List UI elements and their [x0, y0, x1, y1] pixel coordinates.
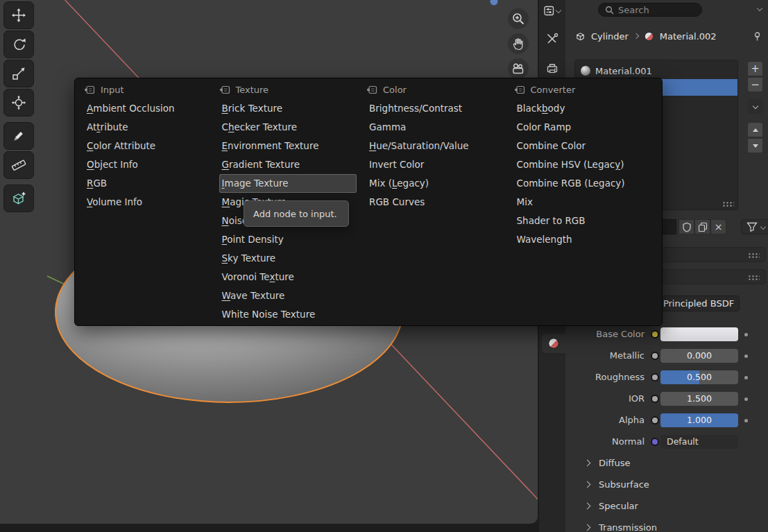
menu-item-hue-saturation-value[interactable]: Hue/Saturation/Value — [366, 137, 504, 155]
add-node-menu: InputAmbient OcclusionAttributeColor Att… — [74, 78, 663, 326]
tab-tool-properties[interactable] — [540, 29, 564, 49]
base-color-swatch[interactable] — [660, 327, 738, 341]
decorator-dot[interactable] — [744, 354, 748, 358]
menu-column-title: Input — [101, 85, 124, 95]
nav-gizmo-dot — [490, 0, 498, 6]
menu-item-combine-color[interactable]: Combine Color — [514, 137, 652, 155]
decorator-dot[interactable] — [744, 397, 748, 401]
roughness-socket-icon — [651, 373, 659, 381]
menu-item-mix-legacy[interactable]: Mix (Legacy) — [366, 174, 504, 193]
search-input[interactable]: Search — [598, 3, 702, 17]
filter-dropdown[interactable] — [741, 219, 768, 234]
grip-icon — [748, 275, 760, 280]
remove-slot-button[interactable]: − — [747, 77, 763, 92]
metallic-socket-icon — [651, 352, 659, 360]
metallic-slider[interactable]: 0.000 — [660, 349, 738, 363]
move-tool-button[interactable] — [3, 1, 34, 29]
decorator-dot[interactable] — [744, 333, 748, 336]
menu-item-color-attribute[interactable]: Color Attribute — [84, 137, 210, 155]
add-cube-tool-button[interactable] — [3, 185, 34, 212]
chevron-right-icon — [584, 502, 591, 509]
base-color-socket-icon — [651, 330, 659, 338]
panel-options-chevron[interactable] — [757, 6, 762, 11]
menu-column-title: Texture — [236, 85, 269, 95]
zoom-button[interactable] — [508, 8, 529, 29]
node-icon — [366, 85, 377, 94]
tab-render-properties[interactable] — [540, 59, 564, 78]
pin-icon[interactable] — [752, 31, 762, 42]
menu-item-object-info[interactable]: Object Info — [84, 155, 210, 174]
material-sphere-icon — [644, 31, 654, 42]
normal-label: Normal — [565, 434, 645, 449]
add-slot-button[interactable]: + — [747, 61, 763, 76]
unlink-material-button[interactable]: × — [710, 219, 726, 234]
menu-item-wavelength[interactable]: Wavelength — [514, 230, 652, 249]
node-icon — [84, 85, 95, 94]
normal-field[interactable]: Default — [660, 435, 738, 449]
menu-column-header: Color — [366, 83, 513, 96]
decorator-dot[interactable] — [744, 376, 748, 379]
duplicate-material-button[interactable] — [694, 219, 710, 234]
alpha-slider[interactable]: 1.000 — [660, 413, 738, 427]
menu-item-ambient-occlusion[interactable]: Ambient Occlusion — [84, 99, 210, 118]
up-arrow-icon — [753, 128, 758, 132]
pan-button[interactable] — [508, 33, 529, 54]
breadcrumb-object[interactable]: Cylinder — [591, 31, 629, 42]
slot-specials-button[interactable] — [747, 98, 763, 114]
menu-item-sky-texture[interactable]: Sky Texture — [219, 249, 357, 268]
camera-view-button[interactable] — [508, 58, 529, 79]
shader-type-button[interactable]: Principled BSDF — [658, 295, 740, 311]
menu-column-input: InputAmbient OcclusionAttributeColor Att… — [84, 83, 219, 325]
subpanel-transmission[interactable]: Transmission — [565, 520, 768, 532]
search-placeholder: Search — [618, 5, 649, 15]
menu-item-color-ramp[interactable]: Color Ramp — [514, 118, 652, 137]
tab-material-properties[interactable] — [542, 334, 565, 353]
measure-tool-button[interactable] — [3, 151, 34, 179]
decorator-dot[interactable] — [744, 419, 748, 422]
move-slot-up-button[interactable] — [747, 122, 763, 137]
breadcrumb-separator-icon — [633, 33, 639, 39]
menu-item-combine-rgb-legacy[interactable]: Combine RGB (Legacy) — [514, 174, 652, 193]
roughness-slider[interactable]: 0.500 — [660, 370, 738, 384]
close-icon: × — [715, 221, 723, 232]
menu-item-blackbody[interactable]: Blackbody — [514, 99, 652, 118]
menu-item-voronoi-texture[interactable]: Voronoi Texture — [219, 268, 357, 286]
object-cube-icon — [575, 31, 586, 42]
menu-item-rgb-curves[interactable]: RGB Curves — [366, 193, 504, 212]
resize-grip-icon[interactable] — [722, 201, 734, 207]
roughness-value: 0.500 — [660, 370, 738, 384]
subpanel-diffuse[interactable]: Diffuse — [565, 455, 768, 470]
menu-item-shader-to-rgb[interactable]: Shader to RGB — [514, 212, 652, 230]
material-slot[interactable]: Material.001 — [575, 62, 737, 79]
subpanel-specular[interactable]: Specular — [565, 498, 768, 513]
menu-item-combine-hsv-legacy[interactable]: Combine HSV (Legacy) — [514, 155, 652, 174]
editor-type-button[interactable] — [540, 3, 564, 18]
menu-item-attribute[interactable]: Attribute — [84, 118, 210, 137]
menu-item-rgb[interactable]: RGB — [84, 174, 210, 193]
prop-row-roughness: Roughness0.500 — [565, 370, 768, 385]
breadcrumb-material[interactable]: Material.002 — [660, 31, 717, 42]
menu-item-gradient-texture[interactable]: Gradient Texture — [219, 155, 357, 174]
annotate-tool-button[interactable] — [3, 122, 34, 150]
menu-item-image-texture[interactable]: Image Texture — [219, 174, 357, 193]
menu-item-wave-texture[interactable]: Wave Texture — [219, 286, 357, 305]
menu-item-brick-texture[interactable]: Brick Texture — [219, 99, 357, 118]
menu-item-brightness-contrast[interactable]: Brightness/Contrast — [366, 99, 504, 118]
move-slot-down-button[interactable] — [747, 138, 763, 153]
menu-item-volume-info[interactable]: Volume Info — [84, 193, 210, 212]
menu-item-invert-color[interactable]: Invert Color — [366, 155, 504, 174]
prop-row-normal: NormalDefault — [565, 434, 768, 449]
transform-tool-button[interactable] — [3, 89, 34, 117]
fake-user-button[interactable] — [679, 219, 694, 234]
subpanel-subsurface[interactable]: Subsurface — [565, 477, 768, 492]
menu-item-mix[interactable]: Mix — [514, 193, 652, 212]
rotate-tool-button[interactable] — [3, 31, 34, 58]
scale-tool-button[interactable] — [3, 60, 34, 87]
menu-item-white-noise-texture[interactable]: White Noise Texture — [219, 305, 357, 324]
tooltip: Add node to input. — [244, 200, 349, 227]
menu-item-gamma[interactable]: Gamma — [366, 118, 504, 137]
menu-item-point-density[interactable]: Point Density — [219, 230, 357, 249]
menu-item-environment-texture[interactable]: Environment Texture — [219, 137, 357, 155]
menu-item-checker-texture[interactable]: Checker Texture — [219, 118, 357, 137]
ior-slider[interactable]: 1.500 — [660, 392, 738, 406]
